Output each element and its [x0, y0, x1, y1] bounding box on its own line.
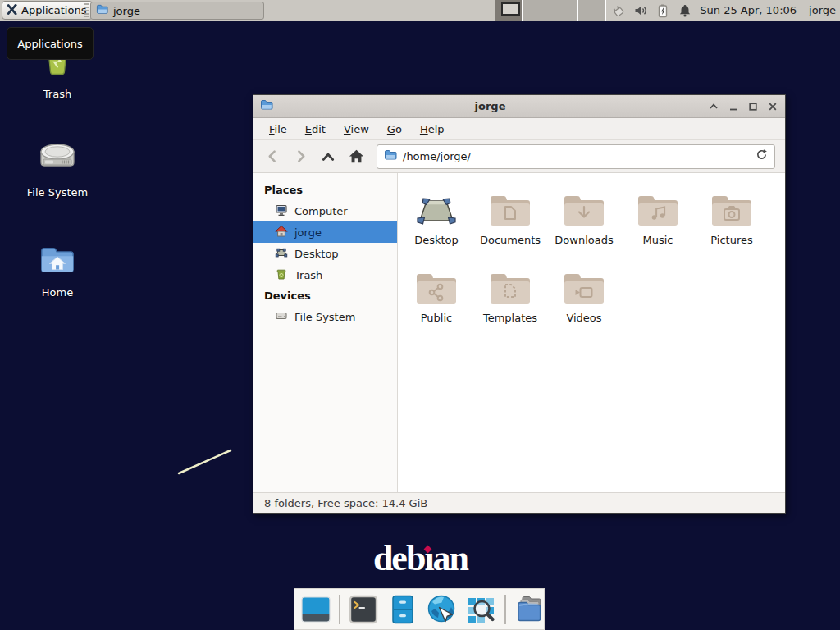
file-manager-window: jorge File Edit View Go Help [253, 94, 786, 514]
removable-media-icon[interactable] [611, 3, 626, 18]
file-item-label: Desktop [414, 234, 459, 246]
window-title: jorge [273, 100, 707, 112]
file-item-music[interactable]: Music [621, 188, 695, 266]
drive-icon [275, 309, 288, 325]
reload-icon[interactable] [756, 148, 768, 164]
dock-separator [504, 595, 506, 624]
workspace-switcher [495, 0, 606, 21]
maximize-button[interactable] [746, 100, 759, 112]
workspace-1[interactable] [495, 0, 523, 21]
desktop-icon-label: File System [27, 186, 88, 199]
trash-icon [275, 267, 288, 283]
tooltip-text: Applications [17, 38, 82, 50]
file-item-videos[interactable]: Videos [547, 266, 621, 344]
logo-text: an [433, 538, 468, 578]
top-panel: Applications jorge [0, 0, 840, 21]
close-button[interactable] [766, 100, 778, 112]
logo-dotted-i: ı [424, 541, 432, 577]
forward-button[interactable] [288, 144, 313, 169]
folder-videos-icon [563, 266, 605, 308]
folder-music-icon [637, 188, 679, 231]
shade-button[interactable] [707, 100, 719, 112]
hard-drive-icon [38, 138, 77, 182]
window-titlebar[interactable]: jorge [253, 95, 785, 118]
sidebar-item-label: Trash [294, 269, 322, 281]
folder-pictures-icon [710, 188, 753, 231]
file-item-downloads[interactable]: Downloads [547, 188, 621, 266]
workspace-3[interactable] [550, 0, 578, 21]
file-item-label: Public [421, 312, 452, 324]
sidebar-item-desktop[interactable]: Desktop [253, 243, 397, 264]
menu-edit[interactable]: Edit [296, 120, 335, 139]
sidebar-item-label: File System [294, 311, 355, 323]
window-folder-icon [260, 98, 273, 115]
desktop-icon-home[interactable]: Home [18, 241, 97, 299]
desktop-icon-label: Home [42, 286, 73, 299]
menu-view[interactable]: View [335, 120, 378, 139]
file-item-label: Videos [566, 312, 601, 324]
desktop-icon [275, 246, 288, 262]
sidebar-header-devices: Devices [253, 285, 397, 306]
folder-documents-icon [489, 188, 532, 231]
sidebar-item-label: jorge [294, 226, 322, 239]
sidebar-item-trash[interactable]: Trash [253, 264, 397, 285]
sidebar-item-file-system[interactable]: File System [253, 306, 397, 327]
workspace-window-preview [501, 2, 520, 16]
file-item-public[interactable]: Public [399, 266, 473, 344]
minimize-button[interactable] [727, 100, 739, 112]
folder-icon [96, 3, 108, 18]
volume-icon[interactable] [633, 3, 648, 18]
app-finder-icon[interactable] [465, 593, 498, 626]
statusbar-text: 8 folders, Free space: 14.4 GiB [264, 497, 427, 509]
desktop-special-icon [415, 188, 458, 231]
path-bar[interactable]: /home/jorge/ [377, 144, 775, 169]
home-button[interactable] [344, 144, 368, 169]
desktop-root: Applications jorge [0, 0, 840, 630]
web-browser-icon[interactable] [426, 593, 459, 626]
applications-menu-button[interactable]: Applications [2, 1, 93, 20]
menu-file[interactable]: File [260, 120, 296, 139]
file-manager-icon[interactable] [513, 593, 546, 626]
sidebar-item-computer[interactable]: Computer [253, 200, 397, 221]
file-item-label: Downloads [555, 234, 613, 246]
sidebar-header-places: Places [253, 180, 397, 200]
menu-go[interactable]: Go [378, 120, 411, 139]
desktop-icon-file-system[interactable]: File System [18, 138, 97, 199]
xfce-logo-icon [6, 3, 18, 18]
menu-help[interactable]: Help [411, 120, 454, 139]
workspace-2[interactable] [523, 0, 550, 21]
folder-templates-icon [489, 266, 532, 308]
stray-line [164, 443, 246, 484]
home-folder-icon [39, 241, 76, 282]
file-item-pictures[interactable]: Pictures [695, 188, 769, 266]
path-folder-icon [384, 148, 397, 165]
notification-bell-icon[interactable] [678, 3, 692, 18]
debian-logo: debıan [353, 541, 488, 577]
panel-drag-handle[interactable] [84, 3, 89, 17]
sidebar: Places Computer jorge Desktop Trash [253, 173, 398, 492]
battery-icon[interactable] [655, 3, 670, 18]
file-item-documents[interactable]: Documents [473, 188, 547, 266]
home-icon [275, 225, 288, 240]
applications-tooltip: Applications [7, 27, 94, 60]
file-item-desktop[interactable]: Desktop [399, 188, 473, 266]
back-button[interactable] [260, 144, 285, 169]
file-item-label: Documents [480, 234, 541, 246]
folder-downloads-icon [563, 188, 605, 231]
file-view: Desktop Documents Downloads [398, 173, 785, 492]
sidebar-item-label: Desktop [294, 248, 339, 260]
file-item-templates[interactable]: Templates [473, 266, 547, 344]
terminal-icon[interactable] [347, 593, 380, 626]
sidebar-item-jorge[interactable]: jorge [253, 221, 397, 243]
file-item-label: Templates [483, 312, 537, 324]
show-desktop-icon[interactable] [299, 593, 332, 626]
workspace-4[interactable] [578, 0, 606, 21]
taskbar-window-label: jorge [113, 5, 140, 17]
file-item-label: Music [643, 234, 673, 246]
applications-menu-label: Applications [21, 4, 86, 16]
system-tray: Sun 25 Apr, 10:06 jorge [611, 0, 838, 21]
up-button[interactable] [316, 144, 340, 169]
panel-clock[interactable]: Sun 25 Apr, 10:06 [700, 4, 797, 16]
taskbar-window-button[interactable]: jorge [90, 2, 264, 20]
file-cabinet-icon[interactable] [386, 593, 419, 626]
